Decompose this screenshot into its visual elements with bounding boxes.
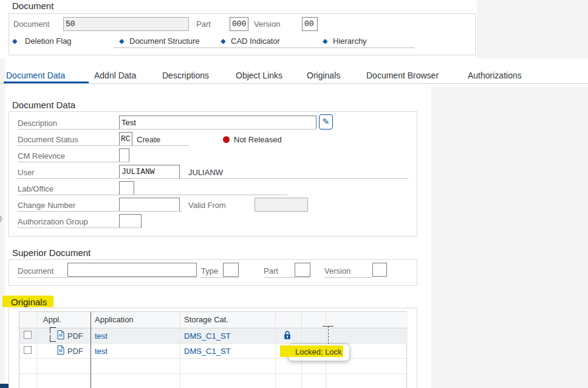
deletion-flag-label: Deletion Flag [25, 36, 72, 46]
document-window: 0 Document Document Part Version ◆ Delet… [0, 0, 588, 388]
superior-document-heading: Superior Document [12, 248, 91, 258]
lock-tooltip-text: Locked; Lock [295, 347, 342, 356]
tab-object-links[interactable]: Object Links [236, 71, 282, 80]
cad-indicator-label: CAD Indicator [231, 36, 280, 46]
superior-version-underline [324, 277, 372, 278]
row-1-checkbox[interactable] [24, 331, 32, 339]
header-divider [19, 328, 408, 328]
tab-descriptions[interactable]: Descriptions [162, 71, 209, 80]
superior-version-input[interactable] [372, 263, 387, 277]
lab-underline [18, 195, 287, 195]
document-status-label: Document Status [18, 135, 78, 144]
originals-heading: Originals [11, 297, 47, 307]
hierarchy-diamond-icon: ◆ [323, 37, 327, 45]
row-2-storage-cat-cell[interactable]: DMS_C1_ST [184, 347, 231, 356]
column-header-storage-cat[interactable]: Storage Cat. [184, 315, 228, 324]
pdf-file-icon [57, 330, 64, 342]
column-header-appl[interactable]: Appl. [43, 315, 61, 324]
valid-from-label: Valid From [188, 201, 226, 210]
document-number-label: Document [13, 19, 49, 29]
hierarchy-label: Hierarchy [333, 36, 367, 46]
status-text: Create [137, 135, 160, 144]
user-input[interactable] [119, 165, 180, 179]
col-divider-appl-dark [91, 312, 91, 388]
superior-version-label: Version [324, 266, 350, 275]
superior-doc-underline [18, 277, 197, 278]
superior-type-label: Type [201, 266, 218, 275]
cm-relevance-input[interactable] [119, 148, 129, 162]
status-code-input[interactable] [119, 132, 132, 146]
superior-document-input[interactable] [67, 263, 197, 277]
version-label: Version [254, 19, 280, 29]
document-data-groupbox: Description ✎ Document Status Create Not… [9, 111, 417, 237]
column-header-application[interactable]: Application [95, 315, 134, 324]
tabstrip-divider [0, 83, 588, 84]
status-underline [18, 145, 189, 146]
drop-indicator-dashed-line [328, 326, 329, 344]
user-underline [18, 178, 409, 179]
change-number-input[interactable] [119, 198, 180, 212]
description-input[interactable] [119, 116, 316, 130]
row-2-checkbox[interactable] [24, 346, 32, 354]
lab-office-input[interactable] [119, 181, 134, 195]
tab-document-browser[interactable]: Document Browser [366, 71, 439, 80]
focus-corner-top-v [50, 327, 50, 333]
tab-document-data[interactable]: Document Data [6, 71, 65, 80]
cm-underline [18, 162, 129, 162]
authorization-group-label: Authorization Group [18, 217, 88, 226]
change-underline [18, 211, 182, 212]
row-1-appl-cell[interactable]: PDF [67, 331, 83, 341]
tab-originals[interactable]: Originals [307, 71, 340, 80]
valid-from-input[interactable] [255, 198, 308, 212]
row-1-lock-icon[interactable] [284, 330, 291, 342]
col-divider-application [180, 312, 180, 388]
superior-document-groupbox: Document Type Part Version [9, 259, 417, 286]
right-margin [431, 87, 588, 388]
indicator-underline [114, 47, 415, 48]
focus-corner-top [50, 327, 56, 328]
row-divider-1 [19, 343, 408, 344]
pencil-icon: ✎ [323, 117, 330, 126]
col-divider-storage [275, 312, 276, 388]
auth-underline [18, 227, 142, 228]
version-input[interactable] [302, 17, 318, 31]
deletion-flag-diamond-icon: ◆ [12, 37, 17, 45]
superior-part-label: Part [264, 266, 278, 275]
superior-part-underline [264, 277, 310, 278]
superior-type-underline [201, 277, 239, 278]
description-label: Description [18, 119, 57, 128]
part-input[interactable] [230, 17, 248, 31]
release-state-text: Not Released [234, 135, 282, 144]
document-data-heading: Document Data [12, 100, 75, 110]
cm-relevance-label: CM Relevnce [18, 151, 65, 161]
focus-corner-bottom [50, 341, 56, 342]
superior-document-label: Document [18, 266, 53, 275]
document-structure-diamond-icon: ◆ [119, 37, 124, 45]
document-number-input[interactable] [63, 17, 189, 31]
superior-type-input[interactable] [223, 263, 239, 277]
authorization-group-input[interactable] [119, 214, 142, 228]
document-structure-label: Document Structure [129, 36, 200, 46]
bottom-left-accent [0, 384, 9, 388]
page-title: Document [12, 1, 53, 11]
pdf-file-icon [57, 345, 64, 357]
not-released-status-icon [223, 136, 230, 143]
lab-office-label: Lab/Office [18, 184, 53, 193]
tab-authorizations[interactable]: Authorizations [468, 71, 522, 80]
edit-description-button[interactable]: ✎ [319, 114, 333, 130]
cad-indicator-diamond-icon: ◆ [220, 37, 225, 45]
document-key-groupbox: Document Part Version ◆ Deletion Flag ◆ … [9, 13, 476, 55]
row-divider-3 [19, 373, 408, 374]
change-number-label: Change Number [18, 201, 75, 210]
superior-part-input[interactable] [295, 263, 310, 277]
description-underline [18, 129, 316, 130]
tab-addnl-data[interactable]: Addnl Data [94, 71, 136, 80]
row-2-appl-cell[interactable]: PDF [67, 347, 83, 356]
user-display-name: JULIANW [188, 168, 223, 177]
row-1-storage-cat-cell[interactable]: DMS_C1_ST [184, 331, 231, 341]
part-label: Part [196, 19, 211, 29]
user-label: User [18, 168, 34, 177]
left-edge-artifact: 0 [0, 215, 2, 224]
row-2-application-cell[interactable]: test [95, 347, 108, 356]
row-1-application-cell[interactable]: test [95, 331, 108, 341]
